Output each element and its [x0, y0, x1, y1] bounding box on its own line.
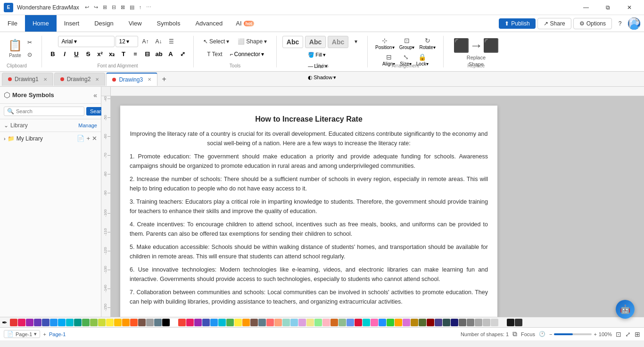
tab-drawing1[interactable]: Drawing1 ✕: [2, 73, 53, 86]
color-swatch[interactable]: [186, 319, 194, 326]
color-swatch[interactable]: [130, 319, 138, 326]
color-swatch[interactable]: [138, 319, 146, 326]
open-btn[interactable]: ⊟: [110, 3, 118, 11]
my-library-doc-btn[interactable]: 📄: [77, 135, 84, 142]
fill-btn[interactable]: 🪣 Fill ▾: [306, 50, 338, 60]
underline-btn[interactable]: U: [71, 49, 82, 59]
color-swatch[interactable]: [395, 319, 402, 326]
color-swatch[interactable]: [106, 319, 114, 326]
color-swatch[interactable]: [170, 319, 178, 326]
view-mode-btn[interactable]: ⊞: [635, 330, 640, 338]
font-size-dropdown[interactable]: 12 ▾: [116, 36, 138, 47]
color-swatch[interactable]: [419, 319, 426, 326]
save-btn-quick[interactable]: ⊠: [119, 3, 127, 11]
tab-close-1[interactable]: ✕: [43, 77, 47, 82]
list-btn[interactable]: ⊟: [142, 49, 152, 59]
color-swatch[interactable]: [330, 319, 338, 326]
minimize-btn[interactable]: —: [575, 0, 597, 15]
menu-insert[interactable]: Insert: [57, 15, 87, 32]
color-swatch[interactable]: [451, 319, 458, 326]
style-expand-btn[interactable]: ▾: [350, 36, 362, 47]
canvas-scroll-area[interactable]: How to Increase Literacy Rate Improving …: [111, 96, 644, 317]
new-btn[interactable]: ⊞: [101, 3, 109, 11]
color-swatch[interactable]: [114, 319, 122, 326]
tab-close-2[interactable]: ✕: [95, 77, 99, 82]
help-btn[interactable]: ?: [614, 17, 626, 30]
color-swatch[interactable]: [162, 319, 170, 326]
rotate-btn[interactable]: ↻ Rotate▾: [417, 36, 437, 51]
font-decrease-btn[interactable]: A↓: [153, 36, 165, 47]
color-swatch[interactable]: [202, 319, 210, 326]
menu-design[interactable]: Design: [87, 15, 121, 32]
italic-btn[interactable]: I: [59, 49, 70, 59]
menu-view[interactable]: View: [121, 15, 149, 32]
shape-btn[interactable]: ⬜ Shape ▾: [234, 36, 271, 47]
color-swatch[interactable]: [298, 319, 306, 326]
color-swatch[interactable]: [339, 319, 346, 326]
color-swatch[interactable]: [274, 319, 282, 326]
style-abc-3[interactable]: Abc: [328, 36, 348, 48]
color-swatch[interactable]: [355, 319, 362, 326]
color-swatch[interactable]: [266, 319, 274, 326]
color-swatch[interactable]: [491, 319, 498, 326]
zoom-in-btn[interactable]: +: [594, 331, 596, 337]
copy-btn[interactable]: ⊙: [24, 49, 36, 60]
color-swatch[interactable]: [178, 319, 186, 326]
color-swatch[interactable]: [82, 319, 90, 326]
text-btn[interactable]: T Text: [203, 49, 226, 60]
publish-btn[interactable]: ⬆ Publish: [499, 18, 535, 29]
print-btn[interactable]: ▤: [128, 3, 136, 11]
color-swatch[interactable]: [210, 319, 218, 326]
ai-chat-btn[interactable]: 🤖: [616, 300, 635, 319]
sidebar-collapse-btn[interactable]: «: [93, 91, 97, 99]
paste-btn[interactable]: 📋 Paste: [7, 38, 24, 59]
my-library-label[interactable]: My Library: [17, 135, 43, 142]
select-btn[interactable]: ↖ Select ▾: [199, 36, 233, 47]
color-swatch[interactable]: [258, 319, 266, 326]
color-swatch[interactable]: [226, 319, 234, 326]
shadow-btn[interactable]: ◐ Shadow ▾: [306, 72, 338, 83]
color-swatch[interactable]: [499, 319, 506, 326]
maximize-btn[interactable]: ⧉: [597, 0, 619, 15]
color-swatch[interactable]: [435, 319, 442, 326]
my-library-close-btn[interactable]: ✕: [92, 135, 97, 142]
add-tab-btn[interactable]: +: [158, 74, 170, 85]
color-swatch[interactable]: [74, 319, 82, 326]
color-swatch[interactable]: [515, 319, 522, 326]
color-swatch[interactable]: [379, 319, 386, 326]
color-swatch[interactable]: [387, 319, 394, 326]
align-btn[interactable]: ☰: [166, 36, 177, 47]
color-swatch[interactable]: [507, 319, 514, 326]
eyedropper-icon[interactable]: ✒: [2, 319, 8, 326]
zoom-slider[interactable]: [554, 333, 592, 335]
menu-advanced[interactable]: Advanced: [188, 15, 230, 32]
add-page-btn[interactable]: +: [43, 331, 46, 337]
color-swatch[interactable]: [347, 319, 354, 326]
redo-btn[interactable]: ↪: [92, 3, 100, 11]
close-btn[interactable]: ✕: [619, 0, 640, 15]
color-swatch[interactable]: [467, 319, 474, 326]
color-swatch[interactable]: [154, 319, 162, 326]
share-btn[interactable]: ↗ Share: [537, 18, 571, 29]
color-swatch[interactable]: [66, 319, 74, 326]
my-library-add-btn[interactable]: +: [86, 135, 90, 142]
color-swatch[interactable]: [371, 319, 378, 326]
font-align-expand[interactable]: ⤢: [177, 49, 188, 59]
up-btn[interactable]: ↑: [137, 3, 144, 11]
color-swatch[interactable]: [443, 319, 450, 326]
text-t-btn[interactable]: T: [118, 49, 129, 59]
color-swatch[interactable]: [314, 319, 322, 326]
font-color-btn[interactable]: A: [165, 49, 176, 59]
color-swatch[interactable]: [42, 319, 50, 326]
color-swatch[interactable]: [26, 319, 33, 326]
color-swatch[interactable]: [306, 319, 314, 326]
color-swatch[interactable]: [90, 319, 98, 326]
more-btn[interactable]: ⋯: [144, 3, 153, 11]
cut-btn[interactable]: ✂: [24, 37, 36, 48]
color-swatch[interactable]: [18, 319, 25, 326]
color-swatch[interactable]: [50, 319, 58, 326]
user-avatar[interactable]: [628, 17, 640, 30]
color-swatch[interactable]: [363, 319, 370, 326]
color-swatch[interactable]: [234, 319, 242, 326]
color-swatch[interactable]: [475, 319, 482, 326]
